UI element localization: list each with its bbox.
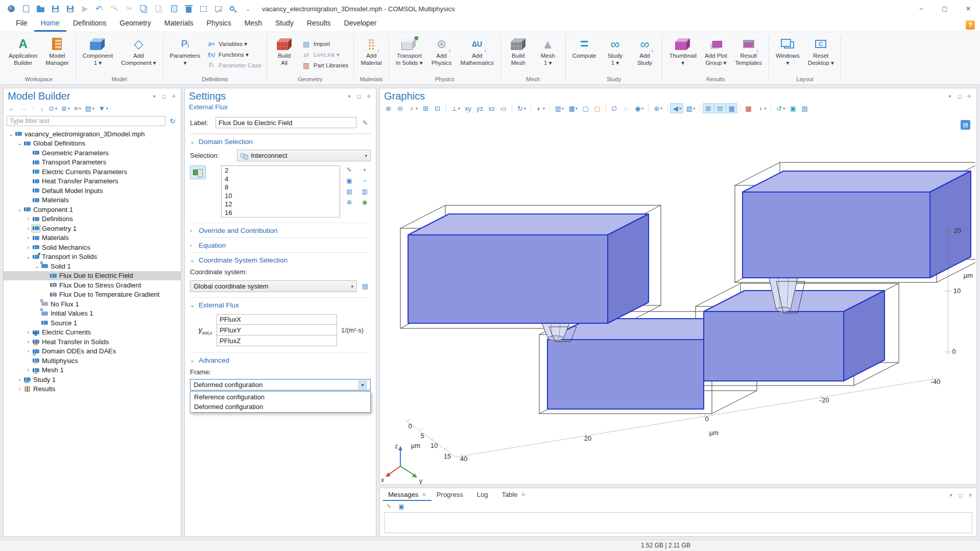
rotate-view-icon[interactable]: ↻▾ [515, 103, 528, 113]
domain-selection-list[interactable]: 248101216 [221, 165, 340, 218]
duplicate-icon[interactable] [167, 2, 181, 15]
tree-expander[interactable]: › [25, 226, 32, 231]
select-box-icon[interactable] [197, 2, 210, 15]
thumbnail-button[interactable]: Thumbnail ▾ [665, 34, 700, 75]
tree-item[interactable]: ⌄ Solid 1 [4, 261, 181, 271]
clear-selection-box-icon[interactable] [211, 2, 225, 15]
tree-item[interactable]: Flux Due to Temperature Gradient [4, 290, 181, 300]
projection-icon[interactable]: ▭ [498, 103, 509, 113]
tree-expander[interactable]: › [16, 386, 23, 392]
tree-item[interactable]: Geometric Parameters [4, 148, 181, 158]
graphics-quick-menu-icon[interactable]: ▤ [961, 120, 970, 130]
part-libraries-button[interactable]: Part Libraries [302, 61, 348, 70]
hide-selected-icon[interactable]: ∅ [609, 103, 620, 113]
menu-tab-physics[interactable]: Physics [200, 17, 238, 32]
tree-expander[interactable]: › [25, 367, 32, 373]
tree-item[interactable]: No Flux 1 [4, 299, 181, 309]
update-plot-icon[interactable]: ↺▾ [774, 103, 787, 113]
paste-add-icon[interactable]: ▥ [360, 187, 370, 196]
go-back-icon[interactable]: ← [7, 104, 17, 113]
zoom-extents-icon[interactable]: ⊞ [420, 103, 432, 113]
copy-icon[interactable] [137, 2, 151, 15]
3d-scene[interactable]: 20 µm 10 0 -40 -20 0 µm 20 40 0 5 [380, 115, 975, 484]
interconnect-bar-right[interactable] [704, 291, 885, 381]
save-icon[interactable] [49, 2, 62, 15]
tree-expander[interactable]: ⌄ [25, 254, 32, 259]
tree-filter-input[interactable] [7, 116, 165, 126]
print-icon[interactable]: ▤ [799, 103, 810, 113]
clear-selection-icon[interactable]: ▢ [592, 103, 603, 113]
plot-in-window-icon[interactable]: ⊟ [714, 103, 726, 113]
add-plot-group-button[interactable]: Add Plot Group ▾ [701, 34, 730, 75]
menu-tab-developer[interactable]: Developer [338, 17, 384, 32]
pin-panel-icon[interactable]: ✛ [171, 93, 177, 99]
tree-item[interactable]: Heat Transfer Parameters [4, 177, 181, 186]
tab-messages[interactable]: Messages ✕ [383, 489, 432, 501]
tree-item[interactable]: Flux Due to Stress Gradient [4, 280, 181, 290]
component-1-button[interactable]: Component 1 ▾ [79, 34, 116, 75]
scene-light-icon[interactable]: ◐▾ [534, 103, 547, 113]
delete-icon[interactable] [182, 2, 196, 15]
collapse-all-icon[interactable]: ≡▾ [73, 104, 83, 113]
compute-button[interactable]: Compute [569, 34, 600, 75]
tree-expander[interactable]: ⌄ [16, 140, 23, 146]
tree-expander[interactable]: › [25, 329, 32, 335]
coordinate-system-dropdown[interactable]: Global coordinate system ▾ [190, 280, 357, 292]
show-icon[interactable]: ⊙▾ [47, 104, 59, 113]
tree-expander[interactable]: › [25, 216, 32, 222]
zoom-out-icon[interactable]: ⊖ [395, 103, 406, 113]
build-mesh-button[interactable]: Build Mesh [504, 34, 533, 75]
help-icon[interactable]: ? [966, 20, 975, 30]
menu-tab-materials[interactable]: Materials [158, 17, 200, 32]
tree-item[interactable]: › Study 1 [4, 375, 181, 385]
undo-icon[interactable]: ↶⌄ [93, 2, 107, 15]
domain-list-item[interactable]: 4 [222, 175, 340, 184]
menu-tab-results[interactable]: Results [300, 17, 338, 32]
menu-tab-file[interactable]: File [9, 17, 34, 32]
go-to-yz-view-icon[interactable]: yz [474, 103, 486, 113]
add-material-button[interactable]: Add Material [357, 34, 386, 75]
go-to-xy-view-icon[interactable]: xy [463, 103, 474, 113]
zoom-in-icon[interactable]: ⊕ [383, 103, 394, 113]
menu-tab-geometry[interactable]: Geometry [113, 17, 157, 32]
tree-expander[interactable]: › [16, 377, 23, 382]
variables-button[interactable]: Variables ▾ [207, 39, 261, 49]
add-to-selection-icon[interactable]: + [360, 165, 370, 175]
reset-desktop-button[interactable]: Reset Desktop ▾ [804, 34, 838, 75]
tree-item[interactable]: › Mesh 1 [4, 366, 181, 375]
domain-list-item[interactable]: 8 [222, 183, 340, 192]
dropdown-option[interactable]: Deformed configuration [191, 402, 370, 412]
filter-icon[interactable]: ▼▾ [97, 104, 110, 113]
close-tab-icon[interactable]: ✕ [422, 492, 426, 497]
float-panel-icon[interactable]: ◻ [161, 93, 167, 99]
dropdown-option[interactable]: Reference configuration [191, 392, 370, 402]
add-mathematics-button[interactable]: Add Mathematics [457, 34, 497, 75]
menu-tab-study[interactable]: Study [269, 17, 300, 32]
panel-menu-icon[interactable]: ▾ [947, 93, 953, 99]
domain-list-item[interactable]: 2 [222, 166, 340, 175]
menu-tab-home[interactable]: Home [34, 17, 66, 32]
flux-z-input[interactable] [217, 336, 337, 346]
tree-item[interactable]: Materials [4, 196, 181, 205]
maximize-button[interactable]: ▢ [933, 0, 957, 17]
panel-menu-icon[interactable]: ▾ [151, 93, 157, 99]
add-study-button[interactable]: Add Study [630, 34, 659, 75]
tree-item[interactable]: Electric Currents Parameters [4, 167, 181, 177]
move-down-icon[interactable]: ↓ [39, 104, 46, 113]
add-component-button[interactable]: Add Component ▾ [117, 34, 159, 75]
go-to-xz-view-icon[interactable]: xz [486, 103, 497, 113]
image-export-icon[interactable]: ▦▾ [566, 103, 580, 113]
section-override[interactable]: › Override and Contribution [190, 223, 371, 237]
zoom-to-selection-icon[interactable]: ⊕ [344, 198, 354, 207]
selection-dropdown[interactable]: Interconnect ▾ [237, 150, 371, 161]
tree-item[interactable]: ⌄ Transport in Solids [4, 252, 181, 262]
pad-upper-right[interactable] [743, 171, 971, 278]
new-file-icon[interactable] [19, 2, 33, 15]
parameters-button[interactable]: Parameters ▾ [166, 34, 204, 75]
qat-overflow-icon[interactable]: ⌄ [241, 2, 255, 15]
float-panel-icon[interactable]: ◻ [356, 93, 362, 99]
transport-in-solids-button[interactable]: Transport in Solids ▾ [392, 34, 426, 75]
tree-item[interactable]: › Domain ODEs and DAEs [4, 347, 181, 356]
default-3d-view-icon[interactable]: ⊥▾ [449, 103, 462, 113]
go-forward-icon[interactable]: → [18, 104, 29, 113]
